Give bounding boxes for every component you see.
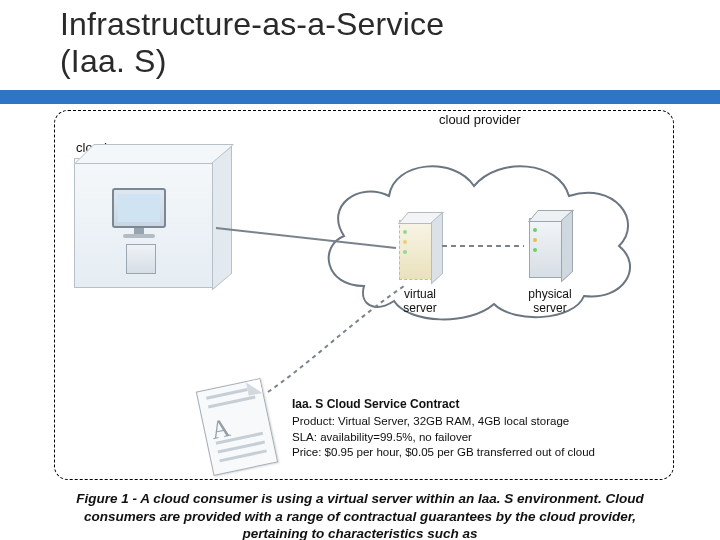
contract-document-icon: A [204, 384, 270, 470]
contract-product: Product: Virtual Server, 32GB RAM, 4GB l… [292, 414, 595, 430]
accent-bar [0, 90, 720, 104]
contract-sla: SLA: availability=99.5%, no failover [292, 430, 595, 446]
slide-title: Infrastructure-as-a-Service (Iaa. S) [0, 0, 720, 80]
cloud-provider-label: cloud provider [439, 112, 521, 127]
physical-server-label: physical server [518, 288, 582, 316]
title-line-1: Infrastructure-as-a-Service [60, 6, 444, 42]
virtual-server-icon [399, 220, 433, 280]
cloud-icon [314, 146, 644, 326]
contract-text: Iaa. S Cloud Service Contract Product: V… [292, 396, 595, 461]
desktop-computer-icon [112, 188, 166, 238]
figure-caption: Figure 1 - A cloud consumer is using a v… [0, 490, 720, 540]
contract-heading: Iaa. S Cloud Service Contract [292, 396, 595, 412]
diagram: cloud provider cloud consumer virtual se… [54, 110, 674, 480]
title-line-2: (Iaa. S) [60, 43, 167, 79]
contract-price: Price: $0.95 per hour, $0.05 per GB tran… [292, 445, 595, 461]
virtual-server-label: virtual server [390, 288, 450, 316]
cloud-consumer-box [74, 158, 214, 288]
physical-server-icon [529, 218, 563, 278]
